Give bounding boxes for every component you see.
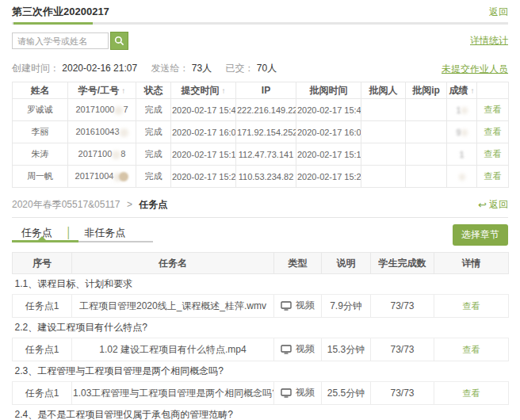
details-stats-link[interactable]: 详情统计 [470, 34, 508, 48]
view-link[interactable]: 查看 [484, 171, 502, 181]
section-row: 2.3、工程管理与工程项目管理是两个相同概念吗? [13, 361, 509, 382]
view-link[interactable]: 查看 [484, 105, 502, 114]
breadcrumb-separator: > [127, 199, 132, 210]
cell-ip: 222.216.149.226 [236, 99, 296, 121]
cell-name: 罗诚诚 [13, 99, 68, 121]
view-link[interactable]: 查看 [463, 388, 480, 398]
sent-to-label: 发送给： [151, 63, 189, 74]
tab-task-points[interactable]: 任务点 [21, 227, 52, 239]
cell-seq: 任务点1 [13, 338, 72, 361]
cell-action: 查看 [477, 99, 509, 121]
type-label: 视频 [296, 386, 315, 399]
title-underline [12, 22, 508, 25]
cell-task-name: 1.02 建设工程项目有什么特点.mp4 [72, 338, 274, 361]
sort-asc-icon[interactable]: ↑ [121, 86, 125, 95]
view-link[interactable]: 查看 [463, 301, 480, 311]
cell-duration: 15.3分钟 [322, 338, 371, 361]
cell-action: 查看 [477, 121, 509, 143]
tasks-back-label: 返回 [489, 198, 508, 212]
cell-completed: 73/73 [371, 338, 434, 361]
tabs: 任务点 ｜ 非任务点 [12, 224, 126, 241]
cell-ip: 112.47.73.141 [236, 143, 296, 166]
select-chapter-button[interactable]: 选择章节 [453, 224, 508, 246]
tab-divider: ｜ [62, 225, 75, 239]
col-header-action [477, 82, 509, 99]
tasks-header: 2020年春季05517&05117 > 任务点 ↩ 返回 [12, 198, 508, 211]
submitted-value: 70人 [257, 63, 277, 74]
search-input[interactable] [12, 32, 109, 49]
tab-underline [12, 240, 153, 242]
tasks-back-link[interactable]: ↩ 返回 [478, 198, 508, 212]
cell-seq: 任务点1 [13, 295, 72, 318]
search-button[interactable] [110, 32, 128, 50]
tasks-table-header-row: 序号 任务名 类型 说明 学生完成数 详情 [13, 253, 509, 274]
cell-submit-time: 2020-02-17 16:01 [171, 121, 236, 143]
task-row: 任务点1 1.02 建设工程项目有什么特点.mp4 视频 15.3分钟 73/7… [13, 338, 509, 361]
redaction-smudge [459, 174, 465, 181]
cell-student-id: 20171004 [68, 166, 136, 188]
col-header-seq: 序号 [13, 253, 72, 274]
col-header-name: 姓名 [13, 82, 68, 99]
view-link[interactable]: 查看 [484, 149, 502, 158]
col-header-submit-time[interactable]: 提交时间↑ [171, 82, 236, 99]
cell-duration: 25.5分钟 [322, 382, 371, 405]
cell-ip: 171.92.154.252 [236, 121, 296, 143]
cell-score: 1 [447, 99, 477, 121]
view-link[interactable]: 查看 [463, 345, 480, 354]
col-header-review-ip: 批阅ip [406, 82, 447, 99]
cell-name: 周一帆 [13, 166, 68, 188]
col-header-student-id[interactable]: 学号/工号↑ [68, 82, 136, 99]
breadcrumb-current: 任务点 [139, 199, 167, 210]
active-tab-pointer-icon [38, 236, 46, 240]
cell-type: 视频 [274, 338, 322, 361]
redaction-smudge [120, 128, 128, 137]
col-header-completed: 学生完成数 [371, 253, 434, 274]
type-label: 视频 [296, 342, 315, 356]
cell-status: 完成 [136, 99, 171, 121]
active-tab-indicator [12, 240, 78, 242]
monitor-icon [281, 301, 292, 311]
breadcrumb-parent[interactable]: 2020年春季05517&05117 [12, 199, 120, 210]
breadcrumb: 2020年春季05517&05117 > 任务点 [12, 198, 167, 212]
homework-title: 第三次作业20200217 [12, 5, 109, 19]
table-row: 周一帆 20171004 完成 2020-02-17 15:23 110.53.… [13, 166, 509, 188]
cell-status: 完成 [136, 121, 171, 143]
homework-back-link[interactable]: 返回 [489, 6, 508, 19]
col-header-reviewer: 批阅人 [361, 82, 406, 99]
sort-asc-icon[interactable]: ↑ [471, 86, 475, 95]
page: 第三次作业20200217 返回 详情统计 创建时间： 2020-02-16 2… [0, 0, 520, 420]
cell-review-time: 2020-02-17 15:18 [296, 143, 361, 166]
cell-review-time: 2020-02-17 16:01 [296, 121, 361, 143]
col-header-review-time: 批阅时间 [296, 82, 361, 99]
cursor-artifact [119, 172, 128, 181]
tab-non-task-points[interactable]: 非任务点 [85, 227, 126, 239]
unsubmitted-students-link[interactable]: 未提交作业人员 [442, 63, 508, 76]
cell-type: 视频 [274, 295, 322, 318]
section-title: 1.1、课程目标、计划和要求 [13, 274, 509, 295]
table-row: 李丽 201610043 完成 2020-02-17 16:01 171.92.… [13, 121, 509, 143]
view-link[interactable]: 查看 [484, 127, 502, 136]
col-header-score[interactable]: 成绩↑ [447, 82, 477, 99]
cell-submit-time: 2020-02-17 15:18 [171, 143, 236, 166]
cell-name: 朱涛 [13, 143, 68, 166]
cell-status: 完成 [136, 143, 171, 166]
cell-review-ip [406, 166, 447, 188]
cell-completed: 73/73 [371, 382, 434, 405]
cell-review-time: 2020-02-17 15:23 [296, 166, 361, 188]
stats-row: 创建时间： 2020-02-16 21:07 发送给： 73人 已交： 70人 … [12, 62, 508, 74]
sent-to-value: 73人 [192, 63, 212, 74]
cell-score: 1 [447, 143, 477, 166]
cell-detail: 查看 [434, 295, 509, 318]
return-arrow-icon: ↩ [478, 200, 487, 210]
cell-detail: 查看 [434, 338, 509, 361]
monitor-icon [281, 388, 292, 398]
sort-asc-icon[interactable]: ↑ [222, 86, 226, 95]
col-header-task-name: 任务名 [72, 253, 274, 274]
cell-seq: 任务点1 [13, 382, 72, 405]
cell-type: 视频 [274, 382, 322, 405]
submitted-label: 已交： [225, 63, 254, 74]
tabs-row: 任务点 ｜ 非任务点 选择章节 [12, 224, 508, 245]
homework-table-header-row: 姓名 学号/工号↑ 状态 提交时间↑ IP 批阅时间 批阅人 批阅ip 成绩↑ [13, 82, 509, 99]
cell-duration: 7.9分钟 [322, 295, 371, 318]
cell-reviewer [361, 99, 406, 121]
